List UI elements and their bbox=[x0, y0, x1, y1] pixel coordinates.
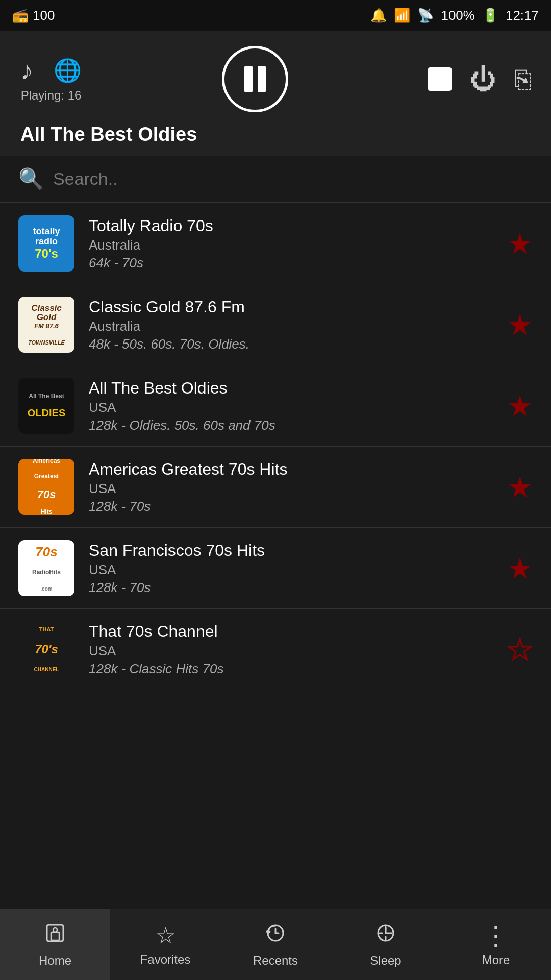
player-right-controls: ⏻ ⎘ bbox=[428, 64, 531, 94]
station-list: totallyradio70's Totally Radio 70s Austr… bbox=[0, 203, 551, 918]
battery-level: 100% bbox=[441, 8, 475, 23]
logo-oldies: All The Best OLDIES bbox=[18, 378, 74, 434]
nav-more-label: More bbox=[482, 953, 510, 967]
status-number: 100 bbox=[33, 8, 55, 23]
station-info: All The Best Oldies USA 128k - Oldies. 5… bbox=[89, 379, 498, 433]
favorite-button[interactable]: ★ bbox=[507, 471, 533, 504]
nav-recents-label: Recents bbox=[253, 953, 298, 968]
logo-americas: Americas Greatest 70s Hits bbox=[18, 459, 74, 515]
station-item[interactable]: 70s RadioHits .com San Franciscos 70s Hi… bbox=[0, 528, 551, 609]
svg-rect-1 bbox=[51, 932, 59, 940]
station-name: San Franciscos 70s Hits bbox=[89, 541, 498, 560]
station-bitrate: 128k - 70s bbox=[89, 580, 498, 596]
favorite-button[interactable]: ★ bbox=[507, 552, 533, 585]
player-header: ♪ 🌐 Playing: 16 ⏻ ⎘ All The Best Oldies bbox=[0, 31, 551, 156]
nav-favorites-label: Favorites bbox=[140, 952, 191, 967]
status-bar: 📻 100 🔔 📶 📡 100% 🔋 12:17 bbox=[0, 0, 551, 31]
home-icon bbox=[44, 922, 66, 949]
station-country: Australia bbox=[89, 237, 498, 253]
station-bitrate: 64k - 70s bbox=[89, 255, 498, 271]
station-logo: Americas Greatest 70s Hits bbox=[18, 459, 74, 515]
search-icon: 🔍 bbox=[18, 167, 44, 191]
globe-icon[interactable]: 🌐 bbox=[54, 57, 82, 84]
power-icon[interactable]: ⏻ bbox=[470, 64, 496, 94]
station-name: Totally Radio 70s bbox=[89, 216, 498, 235]
nav-home-label: Home bbox=[39, 953, 71, 968]
station-country: USA bbox=[89, 643, 498, 659]
nav-sleep-label: Sleep bbox=[370, 953, 401, 968]
station-logo: All The Best OLDIES bbox=[18, 378, 74, 434]
station-info: Classic Gold 87.6 Fm Australia 48k - 50s… bbox=[89, 298, 498, 352]
logo-totally: totallyradio70's bbox=[18, 215, 74, 272]
player-left-controls: ♪ 🌐 Playing: 16 bbox=[20, 56, 82, 103]
station-info: San Franciscos 70s Hits USA 128k - 70s bbox=[89, 541, 498, 596]
station-name: That 70s Channel bbox=[89, 622, 498, 641]
wifi-icon: 📶 bbox=[394, 8, 410, 23]
bottom-nav: Home ☆ Favorites Recents bbox=[0, 909, 551, 980]
pause-button[interactable] bbox=[222, 46, 288, 112]
signal-icon: 📡 bbox=[417, 8, 434, 23]
search-bar: 🔍 bbox=[0, 156, 551, 203]
station-name: All The Best Oldies bbox=[89, 379, 498, 398]
stop-button[interactable] bbox=[428, 67, 452, 91]
station-item[interactable]: ClassicGoldFM 87.6TOWNSVILLE Classic Gol… bbox=[0, 284, 551, 365]
station-country: USA bbox=[89, 562, 498, 578]
favorite-button[interactable]: ★ bbox=[507, 389, 533, 423]
station-bitrate: 48k - 50s. 60s. 70s. Oldies. bbox=[89, 336, 498, 352]
station-logo: totallyradio70's bbox=[18, 215, 74, 272]
nav-recents[interactable]: Recents bbox=[220, 909, 331, 980]
station-country: USA bbox=[89, 400, 498, 415]
player-controls-row: ♪ 🌐 Playing: 16 ⏻ ⎘ bbox=[20, 46, 531, 112]
favorite-button[interactable]: ★ bbox=[507, 633, 533, 666]
station-item[interactable]: Americas Greatest 70s Hits Americas Grea… bbox=[0, 447, 551, 528]
app-icon: 📻 bbox=[12, 8, 29, 23]
station-bitrate: 128k - 70s bbox=[89, 499, 498, 514]
station-bitrate: 128k - Oldies. 50s. 60s and 70s bbox=[89, 418, 498, 433]
station-bitrate: 128k - Classic Hits 70s bbox=[89, 661, 498, 677]
station-logo: THAT 70's CHANNEL bbox=[18, 621, 74, 677]
pause-icon bbox=[244, 66, 266, 92]
nav-more[interactable]: ⋮ More bbox=[441, 909, 551, 980]
station-name: Americas Greatest 70s Hits bbox=[89, 460, 498, 479]
station-item[interactable]: THAT 70's CHANNEL That 70s Channel USA 1… bbox=[0, 609, 551, 690]
station-info: That 70s Channel USA 128k - Classic Hits… bbox=[89, 622, 498, 677]
station-item[interactable]: All The Best OLDIES All The Best Oldies … bbox=[0, 365, 551, 447]
station-country: Australia bbox=[89, 318, 498, 334]
search-input[interactable] bbox=[53, 169, 533, 189]
station-info: Totally Radio 70s Australia 64k - 70s bbox=[89, 216, 498, 271]
favorites-icon: ☆ bbox=[156, 922, 176, 948]
nav-sleep[interactable]: Sleep bbox=[331, 909, 441, 980]
station-name: Classic Gold 87.6 Fm bbox=[89, 298, 498, 316]
svg-point-2 bbox=[53, 928, 57, 932]
station-country: USA bbox=[89, 481, 498, 497]
clock: 12:17 bbox=[506, 8, 539, 23]
station-logo: 70s RadioHits .com bbox=[18, 540, 74, 596]
share-icon[interactable]: ⎘ bbox=[515, 64, 531, 94]
favorite-button[interactable]: ★ bbox=[507, 227, 533, 260]
logo-classic: ClassicGoldFM 87.6TOWNSVILLE bbox=[18, 297, 74, 353]
logo-that70s: THAT 70's CHANNEL bbox=[18, 621, 74, 677]
nav-favorites[interactable]: ☆ Favorites bbox=[110, 909, 220, 980]
station-info: Americas Greatest 70s Hits USA 128k - 70… bbox=[89, 460, 498, 514]
alarm-icon: 🔔 bbox=[370, 8, 387, 23]
station-logo: ClassicGoldFM 87.6TOWNSVILLE bbox=[18, 297, 74, 353]
station-item[interactable]: totallyradio70's Totally Radio 70s Austr… bbox=[0, 203, 551, 284]
logo-sf: 70s RadioHits .com bbox=[18, 540, 74, 596]
sleep-icon bbox=[374, 922, 397, 949]
recents-icon bbox=[264, 922, 287, 949]
battery-icon: 🔋 bbox=[482, 8, 498, 23]
nav-home[interactable]: Home bbox=[0, 909, 110, 980]
favorite-button[interactable]: ★ bbox=[507, 308, 533, 341]
more-icon: ⋮ bbox=[483, 922, 509, 949]
now-playing-title: All The Best Oldies bbox=[20, 124, 531, 145]
playing-label: Playing: 16 bbox=[21, 88, 82, 103]
music-icon[interactable]: ♪ bbox=[20, 56, 33, 85]
